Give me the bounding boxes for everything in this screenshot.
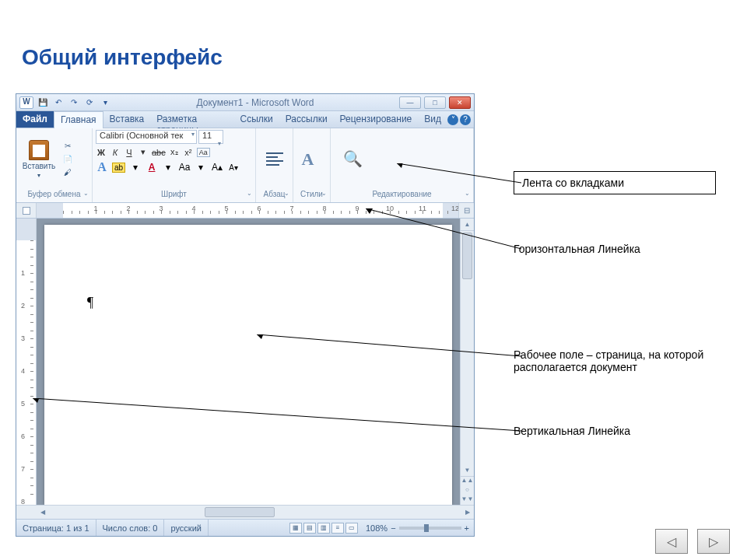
slide-title: Общий интерфейс (22, 45, 223, 70)
status-language[interactable]: русский (164, 520, 208, 536)
group-clipboard: Вставить ▾ ✂ 📄 🖌 Буфер обмена (16, 128, 93, 202)
tab-mailings[interactable]: Рассылки (279, 111, 334, 128)
callout-vruler: Вертикальная Линейка (514, 425, 630, 437)
change-case-icon[interactable]: Aa (178, 162, 191, 173)
highlight-icon[interactable]: ab (112, 163, 125, 173)
horizontal-scrollbar[interactable]: ◀ ▶ (16, 505, 474, 519)
scroll-left-icon[interactable]: ◀ (37, 506, 49, 519)
callout-workarea: Рабочее поле – страница, на которой расп… (514, 348, 708, 373)
help-icon[interactable]: ? (460, 114, 471, 125)
copy-icon[interactable]: 📄 (61, 154, 74, 165)
vruler-number: 7 (21, 465, 25, 473)
vruler-number: 6 (21, 432, 25, 440)
group-styles-label: Стили (293, 190, 330, 202)
tab-review[interactable]: Рецензирование (334, 111, 419, 128)
tab-file[interactable]: Файл (16, 111, 54, 128)
paste-button[interactable]: Вставить ▾ (19, 136, 58, 183)
document-surface[interactable]: ¶ (37, 219, 460, 505)
group-editing-label: Редактирование (331, 190, 473, 202)
tab-home[interactable]: Главная (54, 111, 103, 128)
zoom-in-icon[interactable]: + (465, 523, 469, 533)
redo-icon[interactable]: ↷ (68, 96, 80, 109)
scroll-right-icon[interactable]: ▶ (461, 506, 474, 519)
scroll-thumb[interactable] (462, 233, 472, 279)
vertical-ruler[interactable]: 12345678 (16, 219, 37, 505)
underline-button[interactable]: Ч (124, 148, 135, 157)
vruler-number: 4 (21, 367, 25, 375)
zoom-controls: 108% − + (361, 523, 474, 533)
font-size-combo[interactable]: 11 (198, 130, 223, 144)
minimize-button[interactable]: — (399, 96, 421, 109)
scroll-down-icon[interactable]: ▼ (461, 464, 474, 477)
styles-button[interactable]: A (296, 136, 327, 183)
ruler-toggle-icon[interactable]: ⊟ (458, 203, 474, 218)
horizontal-ruler[interactable]: 123456789101112 (37, 203, 458, 218)
view-outline-icon[interactable]: ≡ (331, 523, 344, 534)
change-case-button[interactable]: Aa (197, 148, 210, 157)
pilcrow-mark: ¶ (87, 295, 93, 311)
ruler-corner[interactable] (16, 203, 37, 218)
tab-view[interactable]: Вид (418, 111, 447, 128)
tab-references[interactable]: Ссылки (234, 111, 279, 128)
save-icon[interactable]: 💾 (37, 96, 49, 109)
text-effects-icon[interactable]: A (96, 160, 108, 174)
grow-font-icon[interactable]: A▴ (211, 162, 223, 173)
find-icon: 🔍 (343, 149, 363, 170)
shrink-font-icon[interactable]: A▾ (227, 163, 240, 172)
view-draft-icon[interactable]: ▭ (345, 523, 358, 534)
ribbon-tabs: Файл Главная Вставка Разметка страницы С… (16, 111, 474, 128)
superscript-button[interactable]: x² (183, 148, 194, 157)
window-controls: — □ ✕ (399, 96, 471, 109)
align-icon (266, 151, 283, 168)
scroll-up-icon[interactable]: ▲ (461, 219, 474, 231)
word-window: W 💾 ↶ ↷ ⟳ ▾ Документ1 - Microsoft Word —… (16, 93, 475, 537)
strike-button[interactable]: abc (152, 148, 166, 157)
bold-button[interactable]: Ж (96, 148, 107, 157)
vruler-number: 1 (21, 269, 25, 277)
browse-object-icon[interactable]: ○ (461, 486, 474, 495)
zoom-slider[interactable] (399, 527, 461, 530)
window-title: Документ1 - Microsoft Word (111, 97, 399, 108)
view-web-icon[interactable]: ▥ (317, 523, 330, 534)
font-color-icon[interactable]: A (146, 162, 158, 173)
tab-insert[interactable]: Вставка (103, 111, 151, 128)
ribbon-min-icon[interactable]: ˅ (447, 114, 458, 125)
subscript-button[interactable]: x₂ (169, 147, 180, 157)
status-words[interactable]: Число слов: 0 (96, 520, 165, 536)
group-paragraph-label: Абзац (256, 190, 293, 202)
next-page-icon[interactable]: ▼▼ (461, 495, 474, 505)
paste-label: Вставить (23, 162, 55, 170)
group-font-label: Шрифт (93, 190, 255, 202)
view-print-icon[interactable]: ▦ (289, 523, 302, 534)
word-logo-icon[interactable]: W (19, 96, 33, 109)
prev-slide-button[interactable]: ◁ (655, 529, 688, 554)
editing-button[interactable]: 🔍 (334, 136, 373, 183)
zoom-value[interactable]: 108% (366, 523, 388, 533)
callout-hruler: Горизонтальная Линейка (514, 243, 640, 255)
cut-icon[interactable]: ✂ (61, 141, 74, 152)
view-read-icon[interactable]: ▤ (303, 523, 316, 534)
qat-more-icon[interactable]: ▾ (99, 96, 111, 109)
slide-nav: ◁ ▷ (655, 529, 730, 554)
font-name-combo[interactable]: Calibri (Основной тек (96, 130, 197, 144)
styles-icon: A (302, 149, 322, 170)
prev-page-icon[interactable]: ▲▲ (461, 477, 474, 486)
ruler-number: 12 (451, 205, 458, 212)
vruler-number: 3 (21, 334, 25, 342)
close-button[interactable]: ✕ (449, 96, 471, 109)
format-painter-icon[interactable]: 🖌 (61, 167, 74, 178)
ruler-row: 123456789101112 ⊟ (16, 203, 474, 219)
status-page[interactable]: Страница: 1 из 1 (16, 520, 96, 536)
hscroll-thumb[interactable] (205, 507, 275, 517)
zoom-out-icon[interactable]: − (391, 523, 395, 533)
group-clipboard-label: Буфер обмена (16, 190, 92, 202)
next-slide-button[interactable]: ▷ (697, 529, 730, 554)
tab-layout[interactable]: Разметка страницы (150, 111, 233, 128)
page[interactable]: ¶ (44, 225, 452, 505)
refresh-icon[interactable]: ⟳ (83, 96, 96, 109)
paragraph-button[interactable] (259, 136, 289, 183)
vertical-scrollbar[interactable]: ▲ ▼ ▲▲ ○ ▼▼ (460, 219, 474, 505)
undo-icon[interactable]: ↶ (52, 96, 65, 109)
italic-button[interactable]: К (110, 148, 121, 157)
maximize-button[interactable]: □ (424, 96, 446, 109)
